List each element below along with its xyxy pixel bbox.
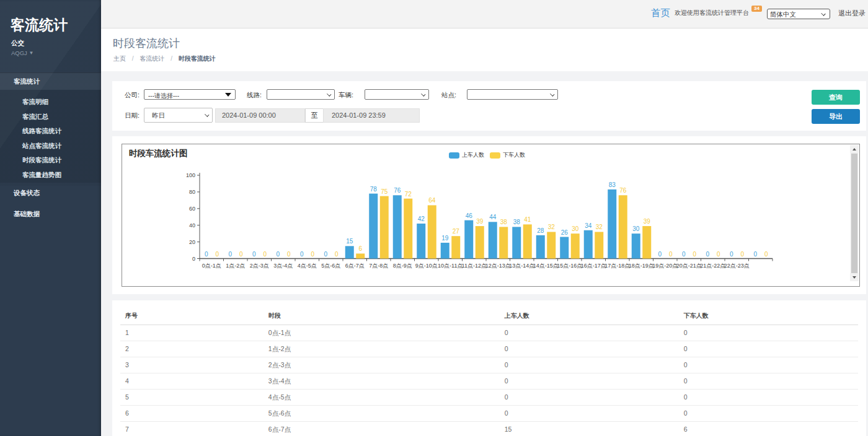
svg-text:32: 32 [548, 224, 556, 230]
svg-text:100: 100 [186, 172, 195, 178]
svg-text:0: 0 [658, 251, 662, 258]
svg-text:11点-12点: 11点-12点 [462, 263, 487, 269]
svg-text:0: 0 [740, 251, 744, 258]
svg-text:19点-20点: 19点-20点 [652, 263, 678, 269]
svg-text:0点-1点: 0点-1点 [202, 263, 221, 269]
svg-text:27: 27 [453, 228, 460, 235]
svg-text:0: 0 [764, 251, 768, 258]
svg-text:12点-13点: 12点-13点 [485, 263, 511, 269]
svg-text:5点-6点: 5点-6点 [321, 263, 340, 269]
svg-text:4点-5点: 4点-5点 [298, 263, 317, 269]
svg-text:8点-9点: 8点-9点 [393, 263, 412, 269]
svg-text:0: 0 [252, 251, 256, 258]
svg-text:0: 0 [324, 251, 327, 258]
svg-text:15: 15 [346, 238, 353, 245]
svg-text:78: 78 [370, 186, 378, 193]
svg-text:20: 20 [189, 239, 195, 245]
svg-text:3点-4点: 3点-4点 [273, 263, 293, 269]
svg-text:0: 0 [300, 251, 304, 258]
svg-text:0: 0 [205, 251, 208, 258]
svg-text:0: 0 [228, 251, 232, 258]
svg-text:0: 0 [335, 251, 339, 258]
svg-text:30: 30 [572, 225, 579, 232]
svg-text:42: 42 [418, 216, 425, 222]
svg-text:41: 41 [524, 216, 531, 223]
svg-text:9点-10点: 9点-10点 [415, 263, 438, 269]
svg-text:60: 60 [189, 206, 195, 212]
svg-text:13点-14点: 13点-14点 [509, 263, 534, 269]
svg-text:76: 76 [619, 187, 627, 194]
svg-text:64: 64 [428, 197, 436, 204]
svg-text:20点-21点: 20点-21点 [676, 263, 702, 269]
svg-text:76: 76 [394, 187, 401, 194]
svg-text:44: 44 [489, 214, 497, 220]
svg-text:83: 83 [609, 181, 616, 188]
svg-text:28: 28 [537, 227, 544, 234]
svg-text:0: 0 [311, 251, 314, 258]
svg-text:7点-8点: 7点-8点 [369, 263, 388, 269]
svg-text:0: 0 [287, 251, 291, 258]
svg-text:0: 0 [669, 251, 673, 258]
svg-text:2点-3点: 2点-3点 [250, 263, 269, 269]
svg-text:46: 46 [466, 212, 473, 219]
svg-text:6点-7点: 6点-7点 [345, 263, 365, 269]
svg-text:40: 40 [189, 222, 195, 229]
svg-text:34: 34 [585, 222, 592, 229]
svg-text:39: 39 [476, 218, 484, 225]
svg-text:17点-18点: 17点-18点 [604, 263, 630, 269]
svg-text:32: 32 [596, 224, 603, 230]
svg-text:38: 38 [513, 219, 521, 225]
svg-text:0: 0 [192, 256, 195, 262]
svg-text:0: 0 [263, 251, 267, 258]
svg-text:39: 39 [644, 218, 651, 225]
svg-text:1点-2点: 1点-2点 [226, 263, 245, 269]
svg-text:0: 0 [239, 251, 243, 258]
svg-text:0: 0 [717, 251, 720, 258]
svg-text:0: 0 [693, 251, 696, 258]
svg-text:22点-23点: 22点-23点 [724, 263, 750, 269]
svg-text:21点-22点: 21点-22点 [700, 263, 725, 269]
svg-text:30: 30 [632, 225, 640, 232]
svg-text:18点-19点: 18点-19点 [629, 263, 654, 269]
svg-text:0: 0 [276, 251, 280, 258]
svg-text:10点-11点: 10点-11点 [438, 263, 463, 269]
svg-text:0: 0 [706, 251, 709, 258]
svg-text:14点-15点: 14点-15点 [533, 263, 559, 269]
svg-text:6: 6 [358, 245, 362, 252]
svg-text:19: 19 [441, 235, 449, 242]
svg-text:26: 26 [561, 229, 569, 236]
svg-text:0: 0 [682, 251, 686, 258]
svg-text:0: 0 [730, 251, 733, 258]
svg-text:16点-17点: 16点-17点 [581, 263, 606, 269]
svg-text:0: 0 [215, 251, 219, 258]
svg-text:75: 75 [381, 188, 388, 195]
svg-text:80: 80 [189, 189, 195, 195]
svg-text:72: 72 [405, 191, 412, 198]
svg-text:38: 38 [500, 219, 508, 225]
svg-text:0: 0 [753, 251, 757, 258]
svg-text:15点-16点: 15点-16点 [557, 263, 582, 269]
